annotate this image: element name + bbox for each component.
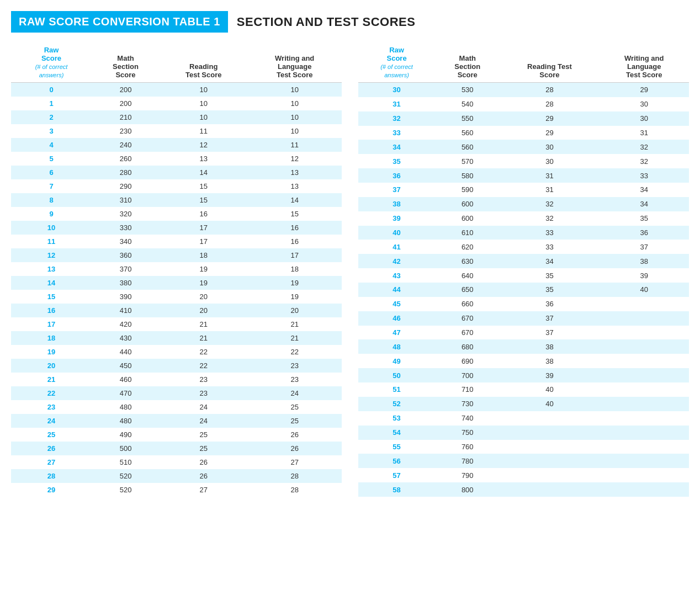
writing-cell: 19 [247,276,342,290]
writing-cell: 27 [247,455,342,469]
writing-cell [599,326,689,340]
raw-score-cell: 0 [11,83,92,97]
writing-cell: 21 [247,317,342,331]
math-cell: 260 [92,152,160,166]
writing-cell: 40 [599,283,689,297]
math-cell: 520 [92,483,160,497]
reading-cell: 22 [160,345,247,359]
math-cell: 310 [92,193,160,207]
reading-cell: 36 [500,297,599,311]
table-row: 37 590 31 34 [358,183,689,197]
raw-score-cell: 3 [11,124,92,138]
table-row: 22 470 23 24 [11,386,342,400]
raw-score-cell: 5 [11,152,92,166]
reading-cell: 28 [500,83,599,97]
raw-score-cell: 27 [11,455,92,469]
writing-cell: 25 [247,414,342,428]
raw-score-cell: 16 [11,304,92,317]
writing-cell: 10 [247,110,342,124]
raw-score-cell: 42 [358,254,435,268]
math-cell: 760 [435,440,500,454]
writing-cell: 28 [247,469,342,483]
writing-cell: 14 [247,193,342,207]
math-cell: 700 [435,368,500,382]
math-cell: 780 [435,454,500,468]
table-row: 49 690 38 [358,354,689,368]
math-cell: 690 [435,354,500,368]
table1-header-math: MathSectionScore [92,42,160,83]
raw-score-cell: 44 [358,283,435,297]
raw-score-cell: 49 [358,354,435,368]
writing-cell [599,397,689,411]
raw-score-cell: 32 [358,111,435,126]
reading-cell: 37 [500,326,599,340]
reading-cell: 15 [160,179,247,193]
table-row: 6 280 14 13 [11,166,342,179]
reading-cell: 20 [160,290,247,304]
table-row: 53 740 [358,411,689,426]
table-row: 41 620 33 37 [358,240,689,254]
reading-cell: 24 [160,400,247,414]
raw-score-cell: 9 [11,207,92,221]
reading-cell: 11 [160,124,247,138]
raw-score-cell: 4 [11,138,92,152]
raw-score-cell: 47 [358,326,435,340]
math-cell: 640 [435,268,500,283]
table-row: 51 710 40 [358,382,689,397]
table2-header-reading: Reading TestScore [500,42,599,83]
writing-cell: 15 [247,207,342,221]
table-row: 46 670 37 [358,311,689,326]
math-cell: 800 [435,482,500,497]
reading-cell: 20 [160,304,247,317]
reading-cell [500,454,599,468]
table-row: 5 260 13 12 [11,152,342,166]
writing-cell: 18 [247,262,342,276]
raw-score-cell: 19 [11,345,92,359]
reading-cell: 13 [160,152,247,166]
table-row: 4 240 12 11 [11,138,342,152]
reading-cell: 21 [160,331,247,345]
writing-cell: 21 [247,331,342,345]
table1-header-writing: Writing andLanguageTest Score [247,42,342,83]
reading-cell: 35 [500,283,599,297]
math-cell: 210 [92,110,160,124]
table-row: 25 490 25 26 [11,428,342,442]
writing-cell: 10 [247,124,342,138]
reading-cell: 21 [160,317,247,331]
reading-cell: 35 [500,268,599,283]
raw-score-cell: 46 [358,311,435,326]
table-row: 26 500 25 26 [11,442,342,455]
math-cell: 590 [435,183,500,197]
writing-cell: 26 [247,442,342,455]
raw-score-cell: 23 [11,400,92,414]
raw-score-cell: 36 [358,168,435,183]
table-row: 18 430 21 21 [11,331,342,345]
table-row: 38 600 32 34 [358,197,689,211]
reading-cell: 10 [160,110,247,124]
reading-cell: 29 [500,111,599,126]
raw-score-cell: 33 [358,126,435,140]
reading-cell: 25 [160,442,247,455]
raw-score-cell: 21 [11,373,92,386]
table-row: 50 700 39 [358,368,689,382]
reading-cell: 22 [160,359,247,373]
table-row: 35 570 30 32 [358,154,689,168]
math-cell: 610 [435,226,500,240]
writing-cell: 30 [599,111,689,126]
math-cell: 200 [92,83,160,97]
writing-cell: 23 [247,373,342,386]
table-row: 10 330 17 16 [11,221,342,235]
writing-cell: 24 [247,386,342,400]
writing-cell: 39 [599,268,689,283]
math-cell: 580 [435,168,500,183]
writing-cell: 16 [247,221,342,235]
writing-cell: 25 [247,400,342,414]
math-cell: 390 [92,290,160,304]
raw-score-cell: 41 [358,240,435,254]
math-cell: 740 [435,411,500,426]
table-row: 48 680 38 [358,339,689,354]
writing-cell [599,382,689,397]
math-cell: 540 [435,97,500,111]
table1-header-reading: ReadingTest Score [160,42,247,83]
reading-cell: 31 [500,168,599,183]
